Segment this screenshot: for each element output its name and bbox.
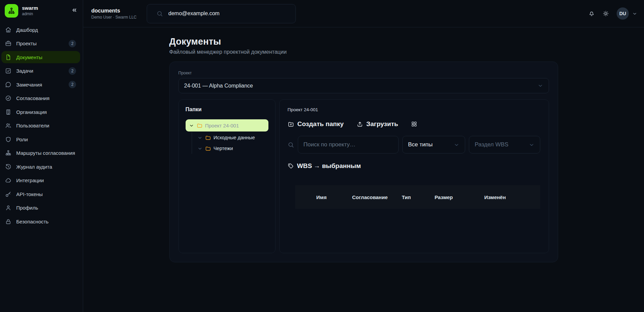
documents-card: Проект 24-001 — Alpha Compliance Папки (169, 62, 558, 262)
sidebar: swarm admin Дашборд Проекты 2 Документы (0, 0, 83, 312)
sidebar-item-integrations[interactable]: Интеграции (1, 174, 80, 187)
tree-node-drawings[interactable]: Чертежи (194, 143, 268, 154)
user-menu[interactable]: DU (617, 7, 637, 20)
sidebar-item-profile[interactable]: Профиль (1, 202, 80, 214)
tree-node-label: Проект 24-001 (205, 123, 239, 128)
column-header-modified: Изменён (484, 194, 540, 200)
avatar: DU (617, 7, 629, 20)
grid-view-button[interactable] (411, 121, 417, 127)
create-folder-label: Создать папку (297, 120, 344, 128)
sidebar-item-users[interactable]: Пользователи (1, 120, 80, 132)
sidebar-collapse-button[interactable] (70, 6, 79, 16)
folder-icon (197, 123, 202, 128)
sidebar-item-documents[interactable]: Документы (1, 51, 80, 63)
chevrons-left-icon (71, 7, 77, 13)
project-search-input[interactable] (298, 136, 399, 153)
create-folder-button[interactable]: Создать папку (288, 120, 344, 128)
brand-name: swarm (22, 5, 66, 11)
chevron-down-icon[interactable] (197, 146, 202, 151)
chevron-down-icon[interactable] (189, 123, 194, 128)
comment-icon (5, 81, 11, 88)
sidebar-item-label: Замечания (16, 82, 64, 88)
user-icon (5, 205, 11, 211)
page-title: Документы (169, 37, 558, 47)
sidebar-item-tasks[interactable]: Задачи 2 (1, 65, 80, 77)
theme-toggle-button[interactable] (602, 10, 609, 17)
column-header-type: Тип (402, 194, 435, 200)
folders-panel: Папки Проект 24-001 (178, 99, 276, 253)
sidebar-item-label: Безопасность (16, 219, 76, 224)
notifications-button[interactable] (588, 10, 595, 17)
tag-icon (288, 163, 294, 169)
browser-actions: Создать папку Загрузить (288, 120, 541, 128)
topbar-actions: DU (588, 7, 637, 20)
brand-text: swarm admin (22, 5, 66, 17)
sidebar-item-remarks[interactable]: Замечания 2 (1, 78, 80, 91)
chevron-down-icon[interactable] (197, 135, 202, 140)
upload-button[interactable]: Загрузить (357, 120, 398, 128)
brand: swarm admin (0, 0, 83, 21)
shield-icon (5, 136, 11, 143)
sidebar-item-approval-routes[interactable]: Маршруты согласования (1, 147, 80, 159)
file-browser-panel: Проект 24-001 Создать папку Загрузить (279, 99, 549, 253)
project-select[interactable]: 24-001 — Alpha Compliance (178, 78, 549, 93)
sun-icon (602, 10, 609, 17)
chevron-down-icon (632, 11, 637, 16)
upload-icon (357, 121, 363, 127)
layout-grid-icon (411, 121, 417, 127)
lock-icon (5, 218, 11, 225)
topbar-title: documents (91, 7, 137, 15)
global-search (147, 4, 296, 23)
tree-children: Исходные данные (192, 132, 268, 154)
sidebar-item-label: Документы (16, 54, 76, 60)
wbs-assign-button[interactable]: WBS → выбранным (288, 162, 361, 170)
sidebar-item-label: Организация (16, 109, 76, 115)
tree-node-source-data[interactable]: Исходные данные (194, 132, 268, 143)
topbar: documents Demo User · Swarm LLC DU (83, 0, 644, 27)
sidebar-item-label: Интеграции (16, 177, 76, 183)
workflow-icon (5, 150, 11, 156)
sidebar-item-dashboard[interactable]: Дашборд (1, 24, 80, 36)
chevron-down-icon (538, 83, 543, 89)
home-icon (5, 27, 11, 33)
column-header-approval: Согласование (352, 194, 402, 200)
sidebar-item-projects[interactable]: Проекты 2 (1, 38, 80, 50)
sidebar-item-label: Маршруты согласования (16, 150, 76, 156)
count-badge: 2 (69, 67, 76, 75)
folder-icon (205, 135, 211, 141)
type-filter-select[interactable]: Все типы (402, 136, 465, 153)
project-select-value: 24-001 — Alpha Compliance (184, 83, 253, 89)
sidebar-item-api-tokens[interactable]: API-токены (1, 188, 80, 200)
wbs-filter-placeholder: Раздел WBS (475, 141, 508, 148)
sidebar-item-security[interactable]: Безопасность (1, 215, 80, 227)
sidebar-item-label: Журнал аудита (16, 164, 76, 170)
sidebar-item-label: Профиль (16, 205, 76, 211)
type-filter-value: Все типы (408, 141, 433, 148)
column-header-name: Имя (316, 194, 352, 200)
approval-check-icon (5, 95, 11, 101)
search-icon (157, 10, 163, 17)
sidebar-item-label: Пользователи (16, 123, 76, 128)
sidebar-item-approvals[interactable]: Согласования (1, 92, 80, 104)
bell-icon (588, 10, 595, 17)
folders-panel-title: Папки (186, 106, 268, 113)
tree-node-label: Исходные данные (214, 135, 255, 140)
cloud-icon (5, 177, 11, 184)
tree-node-project[interactable]: Проект 24-001 (186, 119, 268, 131)
sidebar-item-roles[interactable]: Роли (1, 133, 80, 145)
chevron-down-icon (454, 142, 459, 148)
sidebar-item-organization[interactable]: Организация (1, 106, 80, 118)
sidebar-item-label: Роли (16, 137, 76, 142)
count-badge: 2 (69, 40, 76, 47)
document-icon (5, 54, 11, 61)
global-search-input[interactable] (168, 10, 290, 17)
count-badge: 2 (69, 81, 76, 88)
filter-row: Все типы Раздел WBS (288, 136, 541, 153)
sidebar-item-audit-log[interactable]: Журнал аудита (1, 161, 80, 173)
column-header-size: Размер (435, 194, 484, 200)
topbar-page-head: documents Demo User · Swarm LLC (91, 7, 137, 20)
chevron-down-icon (529, 142, 534, 148)
history-icon (5, 164, 11, 170)
sidebar-item-label: Согласования (16, 95, 76, 101)
wbs-filter-select[interactable]: Раздел WBS (469, 136, 540, 153)
